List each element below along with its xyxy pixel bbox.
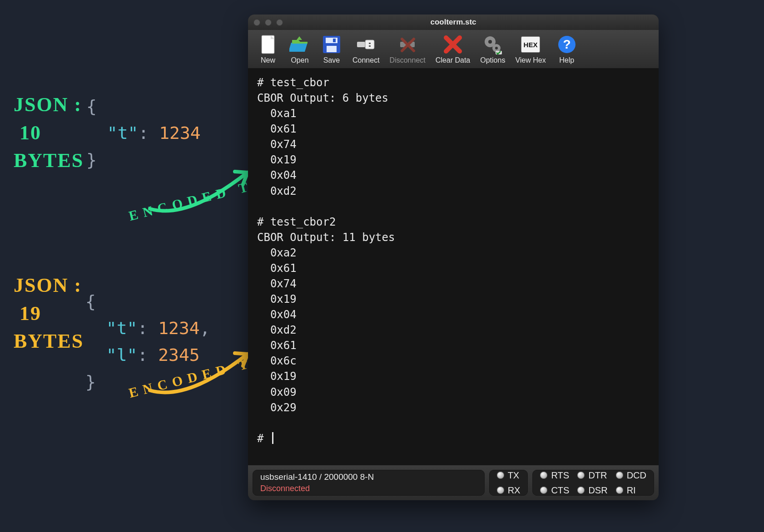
disconnect-icon [397, 34, 418, 55]
clear-label: Clear Data [436, 56, 470, 64]
new-button[interactable]: New [253, 33, 283, 66]
options-label: Options [480, 56, 505, 64]
terminal-output[interactable]: # test_cbor CBOR Output: 6 bytes 0xa1 0x… [248, 69, 659, 465]
svg-point-17 [488, 40, 492, 44]
ri-led: RI [616, 485, 646, 496]
brace-close: } [85, 372, 96, 392]
window-title: coolterm.stc [248, 15, 659, 30]
view-hex-button[interactable]: HEX View Hex [511, 33, 550, 66]
svg-text:?: ? [563, 37, 571, 51]
json-value: 2345 [158, 345, 200, 365]
port-status-box[interactable]: usbserial-1410 / 2000000 8-N Disconnecte… [253, 470, 485, 496]
zoom-dot[interactable] [276, 19, 283, 26]
rx-led: RX [497, 485, 521, 496]
toolbar: New Open Save Connect Disconnect [248, 30, 659, 69]
svg-rect-8 [369, 43, 371, 44]
annotation-encoded-to-1: E N C O D E D T O [127, 175, 265, 224]
svg-rect-5 [333, 39, 336, 42]
connect-button[interactable]: Connect [348, 33, 384, 66]
disconnect-button: Disconnect [385, 33, 430, 66]
open-label: Open [291, 56, 308, 64]
json-snippet-2: { "t": 1234, "l": 2345 } [85, 288, 210, 395]
dcd-led: DCD [616, 470, 646, 481]
window-titlebar[interactable]: coolterm.stc [248, 15, 659, 30]
dsr-led: DSR [577, 485, 607, 496]
rts-led: RTS [540, 470, 569, 481]
json-snippet-1: { "t": 1234 } [86, 93, 201, 173]
open-button[interactable]: Open [284, 33, 315, 66]
annotation-json-10-bytes: JSON : 10 BYTES [14, 91, 84, 175]
clear-x-icon [442, 34, 464, 55]
traffic-lights [253, 19, 283, 26]
help-icon: ? [556, 34, 578, 55]
close-dot[interactable] [253, 19, 260, 26]
coolterm-window: coolterm.stc New Open Save Connect [248, 15, 659, 500]
minimize-dot[interactable] [265, 19, 272, 26]
svg-rect-7 [365, 40, 374, 49]
brace-open: { [86, 96, 97, 116]
cts-led: CTS [540, 485, 569, 496]
svg-rect-9 [369, 45, 371, 47]
folder-open-icon [289, 34, 311, 55]
tx-led: TX [497, 470, 521, 481]
txrx-box: TX RX [489, 470, 528, 496]
save-label: Save [323, 56, 340, 64]
save-button[interactable]: Save [316, 33, 347, 66]
usb-plug-icon [355, 34, 377, 55]
port-descriptor: usbserial-1410 / 2000000 8-N [260, 472, 477, 482]
json-key: "l" [106, 345, 138, 365]
json-key: "t" [106, 318, 138, 338]
dtr-led: DTR [577, 470, 607, 481]
clear-data-button[interactable]: Clear Data [431, 33, 475, 66]
new-file-icon [257, 34, 279, 55]
json-key: "t" [107, 123, 139, 143]
help-label: Help [559, 56, 574, 64]
svg-rect-3 [326, 38, 337, 43]
help-button[interactable]: ? Help [551, 33, 582, 66]
floppy-disk-icon [321, 34, 342, 55]
json-value: 1234 [158, 318, 200, 338]
hex-icon: HEX [520, 34, 541, 55]
status-bar: usbserial-1410 / 2000000 8-N Disconnecte… [248, 465, 659, 500]
hex-badge: HEX [521, 36, 540, 53]
viewhex-label: View Hex [515, 56, 546, 64]
gear-icon [482, 34, 504, 55]
annotation-json-19-bytes: JSON : 19 BYTES [14, 271, 84, 355]
connect-label: Connect [352, 56, 380, 64]
new-label: New [261, 56, 275, 64]
signal-box: RTS DTR DCD CTS DSR RI [532, 470, 654, 496]
disconnect-label: Disconnect [390, 56, 426, 64]
options-button[interactable]: Options [476, 33, 510, 66]
svg-rect-6 [357, 42, 365, 47]
json-value: 1234 [159, 123, 201, 143]
svg-point-19 [495, 47, 498, 49]
connection-state: Disconnected [260, 484, 477, 493]
svg-rect-4 [327, 46, 337, 52]
brace-close: } [86, 150, 97, 170]
brace-open: { [85, 291, 96, 311]
